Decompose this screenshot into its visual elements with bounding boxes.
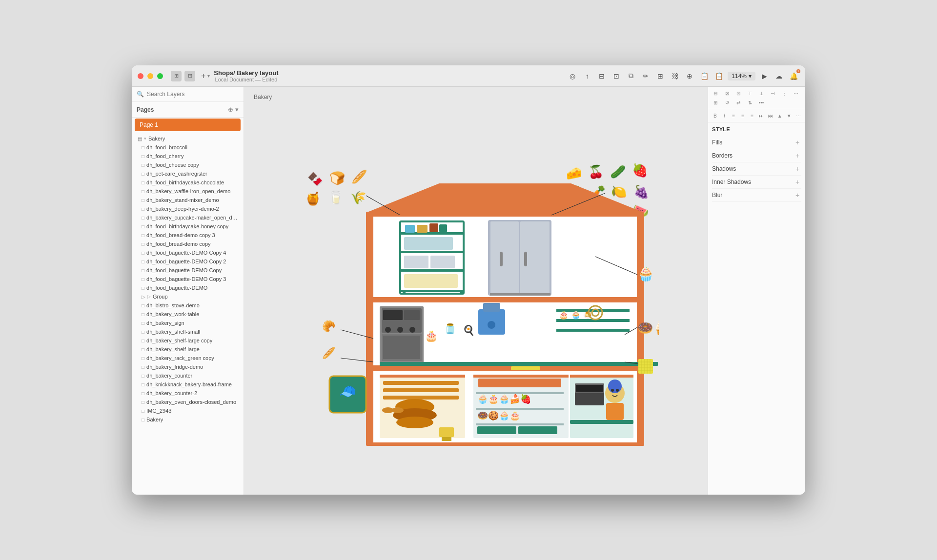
more-icon[interactable]: •••: [757, 98, 766, 107]
layer-item-bread-demo3[interactable]: □ dh_food_bread-demo copy 3: [132, 231, 244, 240]
expand-icon[interactable]: ▷: [147, 294, 151, 299]
expand-icon[interactable]: ▾: [144, 136, 146, 141]
cloud-icon[interactable]: ☁: [773, 70, 785, 82]
layer-label: dh_food_cherry: [146, 153, 183, 159]
align-mid-icon[interactable]: ⊥: [757, 89, 766, 98]
style-row-label: Shadows: [712, 165, 736, 172]
more2-icon[interactable]: ⋯: [794, 111, 802, 120]
notification-icon[interactable]: 🔔 1: [788, 70, 799, 82]
layer-item-img2943[interactable]: □ IMG_2943: [132, 406, 244, 415]
minimize-button[interactable]: [147, 73, 153, 79]
layer-item-cashregister[interactable]: □ dh_pet-care_cashregister: [132, 169, 244, 178]
svg-rect-42: [500, 252, 503, 266]
text-center-icon[interactable]: ≡: [739, 111, 747, 120]
clone-icon[interactable]: ⊕: [684, 70, 695, 82]
send-back-icon[interactable]: ▼: [785, 111, 793, 120]
layer-item-stove[interactable]: □ dh_bistro_stove-demo: [132, 301, 244, 310]
text-left-icon[interactable]: ≡: [730, 111, 738, 120]
play-icon[interactable]: ▶: [758, 70, 770, 82]
add-button[interactable]: +: [201, 72, 205, 80]
rotate-icon[interactable]: ↺: [723, 98, 732, 107]
align-center-h-icon[interactable]: ⊠: [723, 89, 732, 98]
layer-item-shelf-large-copy[interactable]: □ dh_bakery_shelf-large copy: [132, 336, 244, 345]
zoom-control[interactable]: 114% ▾: [728, 72, 755, 80]
page-1-item[interactable]: Page 1: [135, 119, 241, 131]
layer-item-cake-honey[interactable]: □ dh_food_birthdaycake-honey copy: [132, 222, 244, 231]
svg-text:🎂: 🎂: [509, 410, 521, 421]
dropdown-button[interactable]: ▾: [207, 73, 210, 79]
text-right-icon[interactable]: ≡: [748, 111, 756, 120]
paste-icon[interactable]: 📋: [698, 70, 710, 82]
layer-item-work-table[interactable]: □ dh_bakery_work-table: [132, 310, 244, 319]
layer-label: dh_bakery_shelf-small: [146, 329, 200, 335]
bold-icon[interactable]: B: [711, 111, 719, 120]
layer-item-baguette-4[interactable]: □ dh_food_baguette-DEMO Copy 4: [132, 248, 244, 257]
style-add-button[interactable]: +: [794, 165, 801, 173]
search-input[interactable]: [147, 91, 239, 98]
layer-item-deep-fryer[interactable]: □ dh_bakery_deep-fryer-demo-2: [132, 204, 244, 213]
layer-item-oven-closed[interactable]: □ dh_bakery_oven_doors-closed_demo: [132, 398, 244, 406]
distribute-v-icon[interactable]: ⋯: [792, 89, 800, 98]
layer-label: dh_food_bread-demo copy 3: [146, 232, 215, 238]
align-bottom-icon[interactable]: ⊣: [769, 89, 777, 98]
pen-icon[interactable]: ✏: [640, 70, 652, 82]
link-icon[interactable]: ⛓: [669, 70, 681, 82]
maximize-button[interactable]: [157, 73, 163, 79]
target-icon[interactable]: ◎: [567, 70, 578, 82]
align-left-icon[interactable]: ⊟: [711, 89, 720, 98]
close-button[interactable]: [138, 73, 143, 79]
layer-item-shelf-small[interactable]: □ dh_bakery_shelf-small: [132, 327, 244, 336]
layer-item-counter-2[interactable]: □ dh_bakery_counter-2: [132, 389, 244, 398]
crop-icon[interactable]: ⊡: [611, 70, 622, 82]
layer-item-cupcake-maker[interactable]: □ dh_bakery_cupcake-maker_open_demo copy: [132, 213, 244, 222]
layer-item-birthdaycake-choc[interactable]: □ dh_food_birthdaycake-chocolate: [132, 178, 244, 187]
layers-icon[interactable]: ⊞: [171, 71, 182, 81]
layer-item-baguette-2[interactable]: □ dh_food_baguette-DEMO Copy 2: [132, 257, 244, 266]
align-right-icon[interactable]: ⊡: [734, 89, 743, 98]
layer-item-knickknack[interactable]: □ dh_knickknack_bakery-bread-frame: [132, 380, 244, 389]
forward-icon[interactable]: ⏭: [757, 111, 766, 120]
layer-item-cherry[interactable]: □ dh_food_cherry: [132, 152, 244, 160]
layer-item-stand-mixer[interactable]: □ dh_bakery_stand-mixer_demo: [132, 196, 244, 204]
layer-label: dh_bakery_oven_doors-closed_demo: [146, 399, 236, 405]
style-add-button[interactable]: +: [794, 152, 801, 160]
layer-type-icon: □: [142, 320, 144, 326]
paste2-icon[interactable]: 📋: [713, 70, 725, 82]
layer-item-bakery-label[interactable]: □ Bakery: [132, 415, 244, 424]
upload-icon[interactable]: ↑: [581, 70, 593, 82]
align-top-icon[interactable]: ⊤: [746, 89, 754, 98]
layer-item-broccoli[interactable]: □ dh_food_broccoli: [132, 143, 244, 152]
style-add-button[interactable]: +: [794, 139, 801, 146]
canvas-area[interactable]: Bakery 🍫 🍞 🥖 🍯 🥛 🌾 🧀 🍒 🥒 🍓 🥦: [244, 87, 708, 495]
layer-item-bread-demo[interactable]: □ dh_food_bread-demo copy: [132, 240, 244, 248]
layer-type-icon: □: [142, 312, 144, 317]
layer-item-baguette-copy[interactable]: □ dh_food_baguette-DEMO Copy: [132, 266, 244, 275]
front-icon[interactable]: ▲: [775, 111, 784, 120]
resize-icon[interactable]: ⊞: [711, 98, 720, 107]
flip-v-icon[interactable]: ⇅: [746, 98, 754, 107]
flip-h-icon[interactable]: ⇄: [734, 98, 743, 107]
layer-item-baguette[interactable]: □ dh_food_baguette-DEMO: [132, 283, 244, 292]
style-add-button[interactable]: +: [794, 178, 801, 186]
italic-icon[interactable]: I: [720, 111, 729, 120]
style-add-button[interactable]: +: [794, 191, 801, 199]
layer-item-counter[interactable]: □ dh_bakery_counter: [132, 371, 244, 380]
frame-icon[interactable]: ⊞: [654, 70, 666, 82]
distribute-h-icon[interactable]: ⋮: [780, 89, 789, 98]
add-page-icon[interactable]: ⊕: [228, 106, 233, 113]
layer-item-waffle-iron[interactable]: □ dh_bakery_waffle-iron_open_demo: [132, 187, 244, 196]
layer-item-cheese-copy[interactable]: □ dh_food_cheese copy: [132, 160, 244, 169]
back-icon[interactable]: ⏮: [766, 111, 774, 120]
layer-item-fridge[interactable]: □ dh_bakery_fridge-demo: [132, 362, 244, 371]
filter-icon[interactable]: ⊟: [596, 70, 608, 82]
layer-item-baguette-3[interactable]: □ dh_food_baguette-DEMO Copy 3: [132, 275, 244, 283]
layer-item-sign[interactable]: □ dh_bakery_sign: [132, 319, 244, 327]
svg-text:🥐: 🥐: [322, 320, 336, 333]
pages-menu-icon[interactable]: ▾: [235, 106, 239, 113]
layer-item-shelf-large[interactable]: □ dh_bakery_shelf-large: [132, 345, 244, 354]
layer-item-rack-green-copy[interactable]: □ dh_bakery_rack_green copy: [132, 354, 244, 362]
layer-item-bakery-group[interactable]: ▤ ▾ Bakery: [132, 134, 244, 143]
grid-icon[interactable]: ⊞: [184, 71, 195, 81]
layer-item-group[interactable]: ▷ ▷ Group: [132, 292, 244, 301]
copy-icon[interactable]: ⧉: [625, 70, 637, 82]
